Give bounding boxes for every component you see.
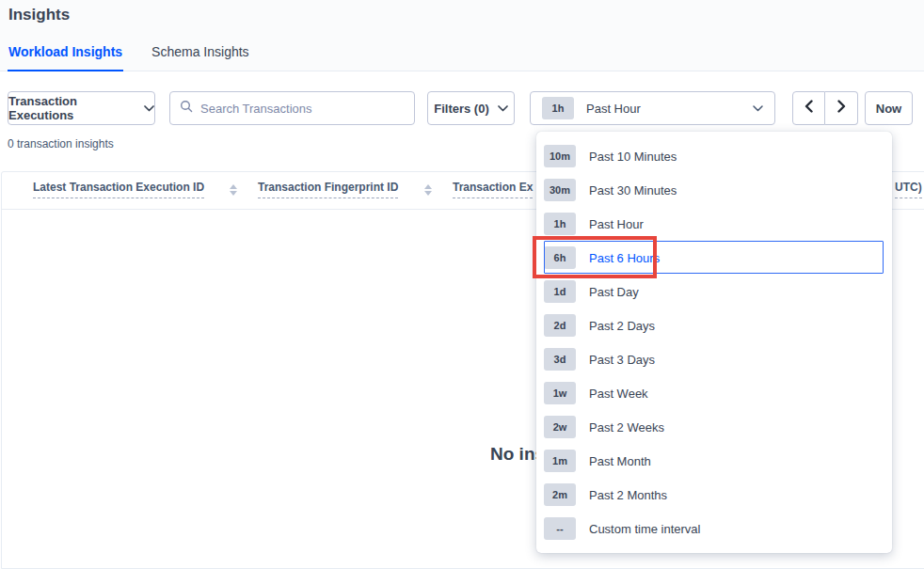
time-option-badge: 1m	[544, 450, 576, 472]
time-option-badge: 2w	[544, 416, 576, 438]
prev-interval-button[interactable]	[792, 91, 825, 125]
search-input[interactable]	[200, 102, 405, 116]
search-box[interactable]	[169, 91, 415, 125]
column-header[interactable]: UTC)	[895, 181, 922, 198]
time-option-label: Past Week	[589, 387, 648, 401]
time-option-past-2-days[interactable]: 2dPast 2 Days	[536, 308, 892, 342]
time-option-badge: 30m	[544, 179, 576, 201]
insights-page: Insights Workload InsightsSchema Insight…	[0, 0, 924, 569]
workload-type-label: Transaction Executions	[8, 94, 135, 122]
time-option-badge: 1h	[544, 213, 576, 235]
sort-icon[interactable]	[230, 184, 237, 196]
column-header[interactable]: Transaction Ex	[453, 181, 533, 198]
search-icon	[180, 100, 193, 117]
time-option-badge: 3d	[544, 348, 576, 371]
time-option-badge: 2m	[544, 483, 576, 506]
filters-label: Filters (0)	[434, 102, 489, 116]
sort-icon[interactable]	[424, 184, 432, 196]
chevron-right-icon	[837, 100, 846, 117]
now-button[interactable]: Now	[865, 91, 913, 125]
time-option-past-month[interactable]: 1mPast Month	[536, 444, 892, 478]
time-interval-select[interactable]: 1h Past Hour	[530, 91, 775, 125]
tab-workload-insights[interactable]: Workload Insights	[8, 44, 123, 71]
time-interval-dropdown-menu: 10mPast 10 Minutes30mPast 30 Minutes1hPa…	[536, 132, 892, 553]
time-option-badge: 1w	[544, 382, 576, 404]
time-interval-badge: 1h	[542, 97, 574, 119]
chevron-down-icon	[498, 105, 508, 112]
time-option-badge: 6h	[544, 246, 576, 269]
time-option-badge: 10m	[544, 145, 576, 167]
filters-button[interactable]: Filters (0)	[427, 91, 515, 125]
page-header: Insights Workload InsightsSchema Insight…	[0, 0, 924, 71]
now-label: Now	[876, 102, 901, 116]
time-interval-label: Past Hour	[586, 102, 641, 116]
time-option-past-week[interactable]: 1wPast Week	[536, 376, 892, 410]
time-option-past-2-weeks[interactable]: 2wPast 2 Weeks	[536, 410, 892, 444]
time-option-past-6-hours[interactable]: 6hPast 6 Hours	[536, 241, 892, 275]
time-nav-group	[792, 91, 858, 125]
time-option-label: Past 30 Minutes	[589, 183, 677, 198]
time-option-badge: 1d	[544, 280, 576, 303]
chevron-left-icon	[805, 100, 813, 117]
time-option-label: Past Day	[589, 285, 639, 299]
time-option-label: Custom time interval	[589, 522, 700, 536]
time-option-label: Past 10 Minutes	[589, 150, 677, 164]
time-option-past-2-months[interactable]: 2mPast 2 Months	[536, 478, 892, 512]
time-option-past-3-days[interactable]: 3dPast 3 Days	[536, 342, 892, 376]
chevron-down-icon	[144, 105, 154, 112]
time-option-label: Past Hour	[589, 217, 644, 231]
time-option-label: Past 2 Weeks	[589, 420, 664, 435]
time-option-label: Past 6 Hours	[589, 251, 660, 265]
time-option-label: Past 2 Days	[589, 319, 655, 333]
tab-schema-insights[interactable]: Schema Insights	[151, 44, 250, 71]
chevron-down-icon	[753, 105, 763, 112]
time-option-past-hour[interactable]: 1hPast Hour	[536, 207, 892, 241]
workload-type-dropdown[interactable]: Transaction Executions	[8, 91, 155, 125]
page-title: Insights	[8, 6, 70, 24]
time-option-badge: 2d	[544, 314, 576, 337]
column-header[interactable]: Transaction Fingerprint ID	[258, 181, 398, 198]
time-option-past-30-minutes[interactable]: 30mPast 30 Minutes	[536, 173, 892, 207]
time-option-label: Past 3 Days	[589, 353, 655, 367]
next-interval-button[interactable]	[825, 91, 858, 125]
time-option-custom-time-interval[interactable]: --Custom time interval	[536, 512, 892, 545]
time-option-past-day[interactable]: 1dPast Day	[536, 275, 892, 308]
insights-count: 0 transaction insights	[8, 137, 114, 150]
tab-bar: Workload InsightsSchema Insights	[8, 44, 250, 71]
time-option-badge: --	[544, 517, 576, 540]
column-header[interactable]: Latest Transaction Execution ID	[33, 181, 204, 198]
time-option-past-10-minutes[interactable]: 10mPast 10 Minutes	[536, 139, 892, 173]
time-option-label: Past 2 Months	[589, 488, 667, 502]
time-option-label: Past Month	[589, 454, 651, 468]
